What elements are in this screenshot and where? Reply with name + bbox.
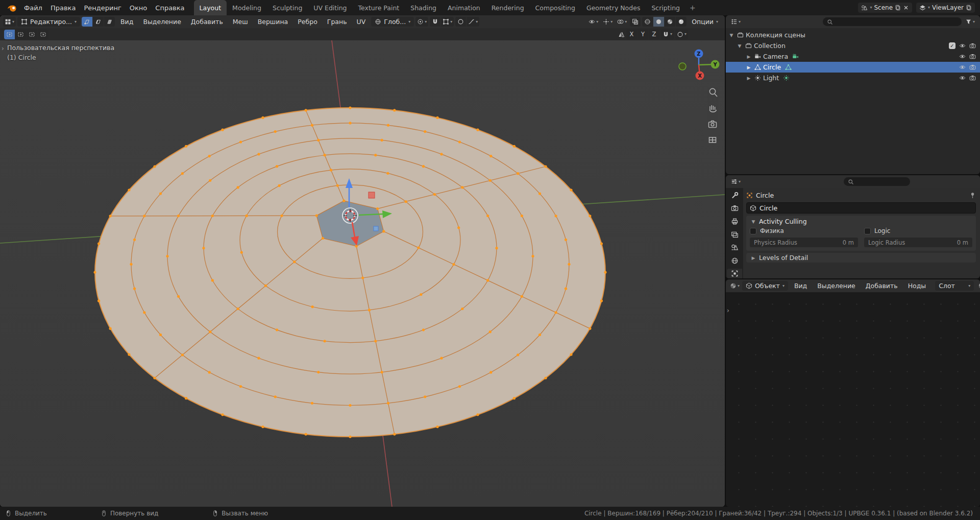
viewport-menu-view[interactable]: Вид	[116, 18, 137, 26]
tab-sculpting[interactable]: Sculpting	[267, 0, 308, 15]
xray-toggle-button[interactable]	[630, 17, 641, 27]
tab-render-properties[interactable]	[727, 204, 742, 214]
tab-shading[interactable]: Shading	[405, 0, 442, 15]
eye-icon[interactable]	[959, 42, 966, 49]
shading-solid-button[interactable]	[653, 17, 664, 27]
zoom-button[interactable]	[709, 88, 717, 97]
gizmos-dropdown[interactable]: ▾	[601, 17, 614, 27]
properties-editor-type-button[interactable]: ▾	[729, 177, 742, 186]
pin-icon[interactable]	[969, 192, 976, 199]
levels-of-detail-panel-header[interactable]: ▶ Levels of Detail	[746, 253, 976, 263]
browse-material-icon[interactable]	[978, 282, 980, 290]
tool-snap-dropdown[interactable]: ▾	[661, 30, 674, 39]
shader-mode-selector[interactable]: Объект ▾	[742, 281, 788, 291]
outliner-row-camera[interactable]: ▶ Camera	[726, 51, 980, 62]
proportional-edit-toggle[interactable]	[455, 17, 466, 27]
mirror-y-button[interactable]: Y	[638, 30, 648, 39]
physics-radius-field[interactable]: Physics Radius 0 m	[750, 238, 858, 247]
mirror-x-button[interactable]: X	[626, 30, 637, 39]
viewport-menu-add[interactable]: Добавить	[187, 18, 227, 26]
editor-type-button[interactable]: ▾	[3, 17, 16, 27]
tab-viewlayer-properties[interactable]	[727, 230, 742, 240]
menu-window[interactable]: Окно	[126, 0, 152, 15]
shader-menu-view[interactable]: Вид	[790, 282, 811, 290]
tab-texture-paint[interactable]: Texture Paint	[353, 0, 405, 15]
toolbar-expand-arrow[interactable]: ›	[2, 45, 4, 52]
shader-menu-add[interactable]: Добавить	[862, 282, 902, 290]
shader-editor-type-button[interactable]: ▾	[729, 281, 740, 291]
viewport-options-dropdown[interactable]: Опции ▾	[688, 17, 722, 27]
render-visibility-camera-icon[interactable]	[969, 53, 976, 60]
menu-render[interactable]: Рендеринг	[80, 0, 125, 15]
tab-scripting[interactable]: Scripting	[646, 0, 685, 15]
edge-select-button[interactable]	[93, 17, 104, 27]
vertex-select-button[interactable]	[82, 17, 92, 27]
new-scene-icon[interactable]	[895, 5, 901, 11]
tab-layout[interactable]: Layout	[194, 0, 227, 15]
scene-selector[interactable]: ▾ Scene	[858, 3, 912, 13]
select-mode-extend-button[interactable]	[15, 30, 26, 39]
viewport-menu-edge[interactable]: Ребро	[293, 18, 322, 26]
tab-compositing[interactable]: Compositing	[530, 0, 581, 15]
snap-toggle-button[interactable]	[430, 17, 440, 27]
transform-orientation-selector[interactable]: Глоб... ▾	[371, 17, 414, 27]
eye-icon[interactable]	[959, 75, 966, 81]
outliner-row-circle[interactable]: ▶ Circle	[726, 62, 980, 73]
viewport-menu-face[interactable]: Грань	[323, 18, 351, 26]
select-mode-new-button[interactable]	[4, 30, 15, 39]
render-visibility-camera-icon[interactable]	[969, 42, 976, 49]
tab-modeling[interactable]: Modeling	[227, 0, 267, 15]
disclosure-open-icon[interactable]: ▼	[736, 43, 743, 49]
proportional-falloff-dropdown[interactable]: ▾	[467, 17, 479, 27]
select-mode-subtract-button[interactable]	[27, 30, 37, 39]
tab-rendering[interactable]: Rendering	[486, 0, 530, 15]
nav-axis-y-neg-ball[interactable]	[679, 63, 686, 70]
viewport-menu-vertex[interactable]: Вершина	[254, 18, 292, 26]
face-select-button[interactable]	[104, 17, 115, 27]
menu-help[interactable]: Справка	[151, 0, 188, 15]
outliner-row-collection[interactable]: ▼ Collection ✓	[726, 40, 980, 51]
shading-wireframe-button[interactable]	[642, 17, 653, 27]
tab-scene-properties[interactable]	[727, 243, 742, 252]
eye-icon[interactable]	[959, 64, 966, 70]
move-view-button[interactable]	[709, 105, 716, 112]
tab-tool-properties[interactable]	[727, 191, 742, 200]
menu-edit[interactable]: Правка	[46, 0, 80, 15]
viewport-canvas[interactable]: Z Y X	[0, 40, 725, 507]
tab-object-properties[interactable]	[727, 269, 742, 278]
outliner-search-input[interactable]	[823, 17, 962, 26]
outliner-display-mode-button[interactable]: ▾	[729, 17, 742, 27]
navigation-gizmo[interactable]: Z Y X	[679, 50, 720, 80]
physics-checkbox[interactable]	[750, 228, 756, 234]
mirror-z-button[interactable]: Z	[649, 30, 659, 39]
new-viewlayer-icon[interactable]	[966, 5, 972, 11]
render-visibility-camera-icon[interactable]	[969, 75, 976, 81]
tab-geometry-nodes[interactable]: Geometry Nodes	[581, 0, 646, 15]
logic-radius-field[interactable]: Logic Radius 0 m	[864, 238, 972, 247]
gizmo-plane-handle-z[interactable]	[374, 226, 378, 231]
snap-settings-dropdown[interactable]: ▾	[441, 17, 454, 27]
shader-menu-select[interactable]: Выделение	[813, 282, 859, 290]
shading-rendered-button[interactable]	[676, 17, 687, 27]
menu-file[interactable]: Файл	[20, 0, 46, 15]
activity-culling-header[interactable]: ▼ Activity Culling	[750, 217, 972, 226]
material-slot-selector[interactable]: Слот ▾	[935, 281, 974, 291]
perspective-toggle-button[interactable]	[709, 137, 716, 143]
circle-mesh[interactable]	[93, 106, 606, 438]
tab-world-properties[interactable]	[727, 256, 742, 266]
disclosure-closed-icon[interactable]: ▶	[745, 76, 752, 81]
shader-toolbar-expand-arrow[interactable]: ›	[727, 308, 729, 314]
render-visibility-camera-icon[interactable]	[969, 64, 976, 70]
outliner-row-light[interactable]: ▶ Light	[726, 73, 980, 83]
pivot-point-selector[interactable]: ▾	[415, 17, 428, 27]
viewport-menu-uv[interactable]: UV	[353, 18, 370, 26]
object-visibility-dropdown[interactable]: ▾	[587, 17, 600, 27]
unlink-scene-icon[interactable]	[903, 5, 909, 11]
mode-selector[interactable]: Редактиро... ▾	[17, 17, 80, 27]
disclosure-closed-icon[interactable]: ▶	[745, 65, 752, 70]
shader-node-area[interactable]: ›	[726, 292, 980, 507]
breadcrumb-object-name[interactable]: Circle	[756, 192, 774, 199]
overlays-dropdown[interactable]: ▾	[616, 17, 628, 27]
tool-falloff-dropdown[interactable]: ▾	[675, 30, 688, 39]
disclosure-closed-icon[interactable]: ▶	[745, 54, 752, 59]
